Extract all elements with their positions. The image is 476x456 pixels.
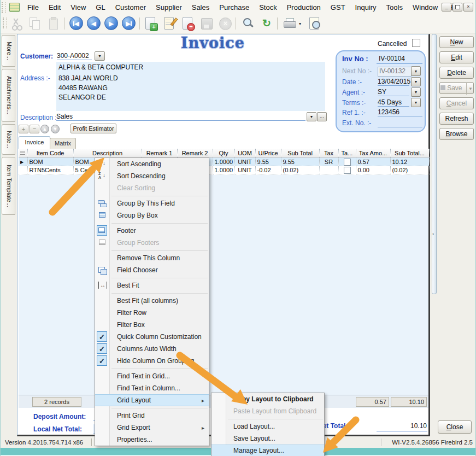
- menu-item-group-by-box[interactable]: Group By Box: [95, 209, 209, 221]
- refresh-button[interactable]: Refresh: [439, 113, 474, 125]
- description-field[interactable]: Sales: [56, 113, 305, 121]
- print-icon[interactable]: [283, 16, 297, 31]
- edit-record-icon[interactable]: [162, 16, 177, 31]
- tax-inclusive-checkbox[interactable]: [344, 159, 351, 166]
- move-up-icon[interactable]: ▲: [40, 125, 49, 133]
- terms-dropdown-icon[interactable]: ▼: [411, 98, 421, 107]
- sidebar-tab-more[interactable]: More...: [2, 35, 15, 67]
- date-dropdown-icon[interactable]: ▼: [411, 77, 421, 86]
- sidebar-tab-note[interactable]: Note...: [2, 124, 15, 155]
- customer-dropdown-icon[interactable]: ▼: [95, 51, 105, 61]
- menu-item-load-layout[interactable]: Load Layout...: [211, 420, 324, 432]
- menu-item-find-text-in-column[interactable]: Find Text in Column...: [95, 382, 209, 394]
- menu-edit[interactable]: Edit: [44, 2, 66, 13]
- tab-invoice[interactable]: Invoice: [19, 136, 50, 149]
- cancel-record-icon[interactable]: ×: [218, 16, 232, 31]
- copy-icon[interactable]: [28, 16, 42, 31]
- next-record-icon[interactable]: ▶: [104, 16, 118, 30]
- column-header-uprice[interactable]: U/Price: [255, 149, 281, 158]
- new-button[interactable]: New: [439, 36, 474, 48]
- browse-button[interactable]: Browse: [439, 128, 474, 140]
- print-preview-icon[interactable]: [308, 16, 322, 31]
- tax-inclusive-checkbox[interactable]: [344, 167, 351, 174]
- column-header-tax[interactable]: Tax: [319, 149, 338, 158]
- paste-icon[interactable]: [46, 16, 61, 31]
- date-field[interactable]: 13/04/2015: [378, 78, 409, 86]
- tab-matrix[interactable]: Matrix: [50, 138, 76, 149]
- print-dropdown-icon[interactable]: ▾: [299, 21, 301, 26]
- agent-field[interactable]: SY: [378, 88, 409, 96]
- ext-no-field[interactable]: [378, 119, 422, 127]
- next-no-field[interactable]: IV-00132: [378, 67, 412, 77]
- description-ellipsis-button[interactable]: ...: [317, 112, 327, 121]
- column-header-subtotal-tax[interactable]: Sub Total...: [390, 149, 429, 158]
- description-dropdown-icon[interactable]: ▼: [307, 112, 316, 121]
- refresh-icon[interactable]: ↻: [260, 16, 274, 31]
- menu-item-field-chooser[interactable]: Field Chooser: [95, 264, 209, 276]
- menu-item-properties[interactable]: Properties...: [95, 434, 209, 446]
- menu-item-find-text-in-grid[interactable]: Find Text in Grid...: [95, 370, 209, 382]
- menu-stock[interactable]: Stock: [254, 2, 282, 13]
- menu-window[interactable]: Window: [408, 2, 443, 13]
- menu-item-clear-sorting[interactable]: Clear Sorting: [95, 182, 209, 194]
- profit-estimator-button[interactable]: Profit Estimator: [70, 124, 116, 133]
- menu-gl[interactable]: GL: [91, 2, 110, 13]
- menu-item-sort-descending[interactable]: ZA↓ Sort Descending: [95, 170, 209, 182]
- menu-production[interactable]: Production: [282, 2, 326, 13]
- next-no-dropdown-icon[interactable]: ▼: [411, 66, 421, 76]
- menu-item-footer[interactable]: Footer: [95, 225, 209, 237]
- column-header-description[interactable]: Description: [73, 149, 142, 158]
- close-button[interactable]: Close: [438, 420, 472, 434]
- menu-item-grid-layout[interactable]: Grid Layout ▸: [95, 394, 209, 406]
- menu-item-manage-layout[interactable]: Manage Layout...: [211, 445, 324, 456]
- menu-item-quick-column-customization[interactable]: ✓ Quick Column Customization: [95, 331, 209, 343]
- address-line-1[interactable]: 838 JALAN WORLD: [58, 74, 118, 82]
- save-record-icon[interactable]: [199, 16, 214, 31]
- menu-view[interactable]: View: [66, 2, 91, 13]
- menu-item-group-by-this-field[interactable]: Group By This Field: [95, 197, 209, 209]
- search-icon[interactable]: [241, 16, 255, 31]
- delete-record-icon[interactable]: −: [181, 16, 195, 31]
- column-header-tax-inclusive[interactable]: Ta...: [338, 149, 356, 158]
- agent-dropdown-icon[interactable]: ▼: [411, 87, 421, 97]
- cancel-button[interactable]: Cancel: [439, 97, 474, 109]
- edit-button[interactable]: Edit: [439, 51, 474, 63]
- terms-field[interactable]: 45 Days: [378, 98, 409, 107]
- menu-item-print-grid[interactable]: Print Grid: [95, 410, 209, 422]
- menu-item-hide-column-on-grouping[interactable]: ✓ Hide Column On Grouping: [95, 355, 209, 367]
- menu-item-copy-layout[interactable]: Copy Layout to Clipboard: [211, 393, 324, 405]
- add-line-button[interactable]: +: [19, 125, 28, 133]
- menu-item-grid-export[interactable]: Grid Export ▸: [95, 422, 209, 434]
- menu-item-group-footers[interactable]: Group Footers: [95, 237, 209, 249]
- row-indicator-header-icon[interactable]: [19, 149, 27, 158]
- column-header-uom[interactable]: UOM: [234, 149, 255, 158]
- save-button[interactable]: Save ▼: [439, 82, 474, 94]
- column-header-item-code[interactable]: Item Code: [27, 149, 73, 158]
- cut-icon[interactable]: [9, 16, 23, 31]
- customer-code-field[interactable]: 300-A0002: [57, 52, 92, 60]
- column-header-tax-amount[interactable]: Tax Amo...: [356, 149, 390, 158]
- grid-empty-area[interactable]: [19, 175, 428, 395]
- cancelled-checkbox[interactable]: [412, 39, 420, 47]
- menu-sales[interactable]: Sales: [187, 2, 215, 13]
- menu-inquiry[interactable]: Inquiry: [350, 2, 381, 13]
- first-record-icon[interactable]: ◀: [69, 16, 83, 30]
- menu-item-columns-auto-width[interactable]: ✓ Columns Auto Width: [95, 343, 209, 355]
- column-header-remark2[interactable]: Remark 2: [177, 149, 213, 158]
- menu-tools[interactable]: Tools: [381, 2, 408, 13]
- address-line-3[interactable]: SELANGOR DE: [58, 93, 106, 101]
- menu-gst[interactable]: GST: [326, 2, 350, 13]
- menu-item-filter-row[interactable]: Filter Row: [95, 307, 209, 319]
- table-row[interactable]: ▶ BOM BOM 1.0000 UNIT 9.55 9.55 SR 0.57 …: [19, 158, 429, 166]
- menu-purchase[interactable]: Purchase: [214, 2, 254, 13]
- column-header-subtotal[interactable]: Sub Total: [281, 149, 319, 158]
- menu-item-sort-ascending[interactable]: AZ↓ Sort Ascending: [95, 158, 209, 170]
- remove-line-button[interactable]: −: [30, 125, 39, 133]
- menu-file[interactable]: File: [22, 2, 44, 13]
- move-down-icon[interactable]: ▼: [51, 125, 60, 133]
- menu-item-remove-this-column[interactable]: Remove This Column: [95, 252, 209, 264]
- column-header-qty[interactable]: Qty: [213, 149, 234, 158]
- toolbar-grip[interactable]: [2, 2, 6, 13]
- address-line-2[interactable]: 40485 RAWANG: [58, 84, 108, 92]
- close-window-button[interactable]: ×: [463, 3, 473, 11]
